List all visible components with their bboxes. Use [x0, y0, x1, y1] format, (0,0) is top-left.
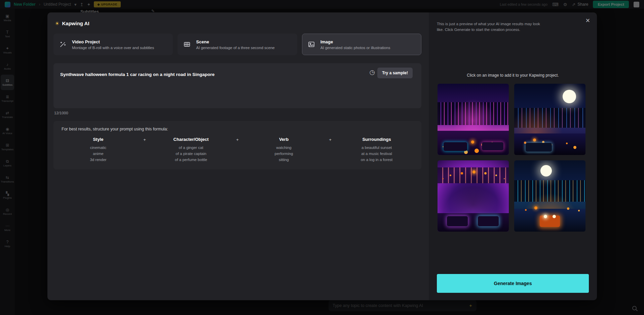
app-root: New Folder › Untitled Project ▾ ↥ ✦ ◆ UP…: [0, 0, 644, 315]
wand-icon: [59, 41, 67, 48]
tab-label: Image: [320, 39, 390, 44]
plus-separator: +: [143, 137, 146, 142]
art-layer: [482, 142, 503, 150]
tab-image[interactable]: Image AI generated static photos or illu…: [302, 34, 421, 55]
formula-example: watching: [259, 145, 309, 151]
art-layer: [444, 142, 467, 151]
tab-label: Video Project: [72, 39, 154, 44]
preview-image-2[interactable]: [514, 84, 585, 155]
formula-example: anime: [73, 151, 123, 157]
art-layer: [526, 143, 552, 152]
prompt-history-clock-icon[interactable]: ◷: [369, 69, 375, 75]
formula-intro: For best results, structure your prompt …: [62, 127, 413, 131]
char-count: 12/1000: [54, 111, 421, 115]
formula-example: sitting: [259, 157, 309, 163]
close-icon[interactable]: ✕: [585, 18, 590, 24]
formula-example: cinematic: [73, 145, 123, 151]
preview-image-3[interactable]: [438, 160, 509, 232]
formula-example: of a perfume bottle: [166, 157, 216, 163]
formula-header: Character/Object: [166, 137, 216, 142]
preview-image-1[interactable]: [438, 84, 509, 155]
tab-texts: Video Project Montage of B-roll with a v…: [72, 39, 154, 50]
art-layer: [478, 216, 499, 226]
art-layer: [540, 165, 552, 176]
modal-title-row: ☀ Kapwing AI: [55, 21, 421, 26]
tab-video-project[interactable]: Video Project Montage of B-roll with a v…: [53, 34, 173, 55]
generate-images-button[interactable]: Generate Images: [437, 274, 589, 293]
image-icon: [308, 41, 316, 48]
formula-example: of a pirate captain: [166, 151, 216, 157]
plus-separator: +: [329, 137, 332, 142]
art-layer: [472, 170, 476, 173]
prompt-textarea[interactable]: Synthwave halloween formula 1 car racing…: [53, 63, 421, 108]
tab-label: Scene: [196, 39, 274, 44]
kapwing-ai-modal: ☀ Kapwing AI Video Project Montage of B-…: [47, 12, 597, 300]
tab-description: AI generated footage of a three second s…: [196, 46, 274, 50]
art-layer: [471, 141, 474, 144]
art-layer: [563, 90, 576, 103]
art-layer: [533, 139, 536, 142]
formula-header: Style: [73, 137, 123, 142]
art-layer: [544, 215, 547, 218]
mode-tab-row: Video Project Montage of B-roll with a v…: [53, 34, 421, 55]
plus-separator: +: [236, 137, 239, 142]
preview-image-grid: [438, 84, 585, 232]
tab-texts: Scene AI generated footage of a three se…: [196, 39, 274, 50]
formula-example: at a music festival: [351, 151, 402, 157]
preview-note: This is just a preview of what your AI i…: [437, 21, 544, 33]
art-layer: [447, 216, 468, 226]
tab-description: AI generated static photos or illustrati…: [320, 46, 390, 50]
formula-header: Surroundings: [351, 137, 402, 142]
formula-helper-box: For best results, structure your prompt …: [53, 121, 421, 169]
preview-image-4[interactable]: [514, 160, 585, 232]
prompt-box: Synthwave halloween formula 1 car racing…: [53, 63, 421, 108]
formula-example: performing: [259, 151, 309, 157]
formula-col-style: Style cinematic anime 3d render: [73, 137, 123, 163]
sun-icon: ☀: [55, 21, 59, 26]
modal-title: Kapwing AI: [62, 21, 89, 26]
tab-description: Montage of B-roll with a voice over and …: [72, 46, 154, 50]
formula-col-verb: Verb watching performing sitting: [259, 137, 309, 163]
formula-example: on a log in a forest: [351, 157, 402, 163]
formula-col-character: Character/Object of a ginger cat of a pi…: [166, 137, 216, 163]
tab-scene[interactable]: Scene AI generated footage of a three se…: [178, 34, 297, 55]
preview-pane: This is just a preview of what your AI i…: [429, 12, 597, 300]
formula-example: of a ginger cat: [166, 145, 216, 151]
art-layer: [540, 215, 560, 227]
formula-example: 3d render: [73, 157, 123, 163]
tab-texts: Image AI generated static photos or illu…: [320, 39, 390, 50]
try-sample-button[interactable]: Try a sample!: [377, 68, 413, 78]
formula-row: Style cinematic anime 3d render + Charac…: [62, 137, 413, 163]
formula-col-surroundings: Surroundings a beautiful sunset at a mus…: [351, 137, 402, 163]
film-frame-icon: [183, 41, 191, 48]
preview-instruction: Click on an image to add it to your Kapw…: [429, 73, 597, 78]
formula-header: Verb: [259, 137, 309, 142]
formula-example: a beautiful sunset: [351, 145, 402, 151]
modal-main-pane: ☀ Kapwing AI Video Project Montage of B-…: [47, 12, 429, 300]
art-layer: [534, 206, 537, 209]
